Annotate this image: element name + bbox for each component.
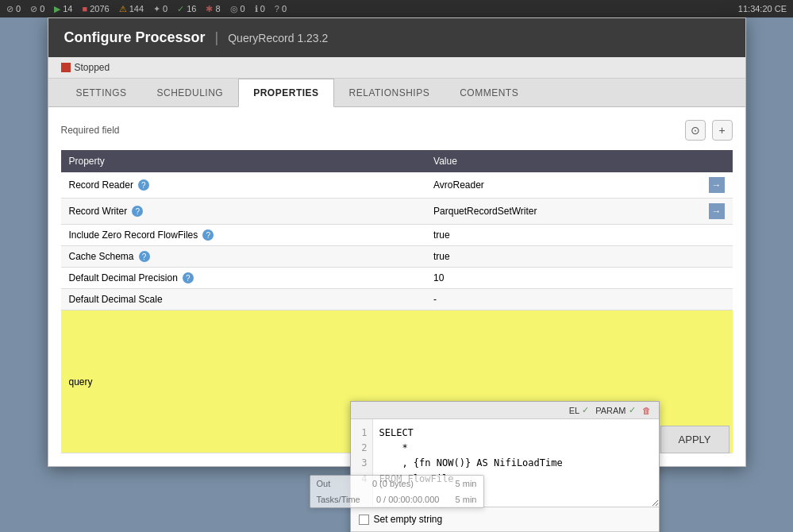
row1-name: Record Reader [69,179,133,191]
time2-value: 5 min [456,495,477,504]
prop-name-cell: Record Writer ? [61,199,426,225]
top-bar: ⊘ 0 ⊘ 0 ▶ 14 ■ 2076 ⚠ 144 ✦ 0 ✓ 16 ✱ 8 ◎… [0,0,793,17]
prop-name-cell: Cache Schema ? [61,246,426,268]
modal-body: Required field ⊙ + Property Value Recor [48,107,745,466]
table-row: Record Reader ? AvroReader → [61,172,733,199]
table-row: Record Writer ? ParquetRecordSetWriter → [61,199,733,225]
tasks-value: 0 / 00:00:00.000 [376,495,440,504]
row3-help-icon[interactable]: ? [202,229,214,241]
row2-arrow-btn[interactable]: → [709,203,725,219]
row1-help-icon[interactable]: ? [138,179,149,191]
param-label: PARAM [595,406,626,415]
row4-help-icon[interactable]: ? [139,251,150,262]
tabs-container: SETTINGS SCHEDULING PROPERTIES RELATIONS… [48,79,745,107]
info-circle-button[interactable]: ⊙ [685,120,706,141]
table-row: Cache Schema ? true [61,246,733,268]
delete-icon: 🗑 [642,406,651,415]
row1-arrow-btn[interactable]: → [709,177,725,193]
prop-name-cell: Default Decimal Precision ? [61,268,426,289]
property-col-header: Property [61,150,426,172]
tasks-label: Tasks/Time [317,495,360,504]
required-field-label: Required field [61,125,120,136]
row6-value: - [433,294,437,305]
prop-value-cell[interactable]: true [425,225,732,246]
invalid-count: ⊘ 0 [30,4,44,14]
stopped2-count: ■ 2076 [83,4,110,13]
el-button[interactable]: EL ✓ [569,405,589,415]
row2-name: Record Writer [69,206,128,217]
row5-help-icon[interactable]: ? [183,272,194,283]
row3-value: true [433,229,450,241]
line-num-3: 3 [356,456,368,471]
modal-header: Configure Processor | QueryRecord 1.23.2 [48,18,745,57]
disabled-count: ✦ 0 [153,4,167,14]
canvas-node-body: Out 0 (0 bytes) 5 min [310,476,483,492]
editor-toolbar: EL ✓ PARAM ✓ 🗑 [351,402,659,419]
apply-button[interactable]: APPLY [660,426,729,453]
prop-name-cell: Record Reader ? [61,172,426,199]
clock: 11:34:20 CE [738,4,787,13]
tab-scheduling[interactable]: SCHEDULING [142,79,239,107]
table-row: Include Zero Record FlowFiles ? true [61,225,733,246]
row3-name: Include Zero Record FlowFiles [69,229,198,241]
valid-count: ✓ 16 [177,4,196,14]
modal-subtitle: QueryRecord 1.23.2 [228,32,328,44]
row7-name: query [69,376,93,387]
status-dot [61,63,71,72]
delete-button[interactable]: 🗑 [642,406,651,415]
param-button[interactable]: PARAM ✓ [595,405,635,415]
modal-title: Configure Processor [64,29,206,46]
tab-relationships[interactable]: RELATIONSHIPS [334,79,445,107]
info-count: ℹ 0 [255,4,265,14]
status-bar: Stopped [48,57,745,79]
modal-separator: | [215,29,219,46]
time1-value: 5 min [456,479,477,488]
row4-value: true [433,251,450,262]
prop-value-cell[interactable]: - [425,289,732,310]
line-num-1: 1 [356,426,368,441]
tab-comments[interactable]: COMMENTS [445,79,533,107]
prop-value-cell[interactable]: AvroReader → [425,172,732,199]
line-num-2: 2 [356,441,368,456]
top-bar-icons: ⊘ 0 ⊘ 0 ▶ 14 ■ 2076 ⚠ 144 ✦ 0 ✓ 16 ✱ 8 ◎… [6,4,287,14]
table-row: Default Decimal Precision ? 10 [61,268,733,289]
row4-name: Cache Schema [69,251,134,262]
row6-name: Default Decimal Scale [69,294,163,305]
editor-footer: Set empty string [351,507,659,531]
row1-value: AvroReader [433,179,484,191]
tab-settings[interactable]: SETTINGS [61,79,142,107]
row5-name: Default Decimal Precision [69,272,178,283]
canvas-node: Out 0 (0 bytes) 5 min Tasks/Time 0 / 00:… [310,475,484,508]
required-field-actions: ⊙ + [685,120,733,141]
query-editor-popup: EL ✓ PARAM ✓ 🗑 1 2 3 4 SEL [350,401,660,532]
prop-value-cell[interactable]: ParquetRecordSetWriter → [425,199,732,225]
bytes-value: 0 (0 bytes) [372,479,414,488]
question-count: ? 0 [275,4,287,13]
tab-properties[interactable]: PROPERTIES [238,79,333,107]
param-check-icon: ✓ [629,405,636,415]
set-empty-string-label: Set empty string [374,514,443,525]
circle-count: ◎ 0 [230,4,245,14]
status-badge: Stopped [61,62,110,73]
stopped-count: ⊘ 0 [6,4,21,14]
set-empty-string-checkbox[interactable] [359,515,369,525]
row5-value: 10 [433,272,444,283]
prop-name-cell: Include Zero Record FlowFiles ? [61,225,426,246]
value-col-header: Value [425,150,732,172]
required-field-row: Required field ⊙ + [61,120,733,141]
configure-processor-modal: Configure Processor | QueryRecord 1.23.2… [48,17,746,467]
el-label: EL [569,406,579,415]
row2-help-icon[interactable]: ? [132,206,143,217]
prop-value-cell[interactable]: 10 [425,268,732,289]
prop-name-cell: Default Decimal Scale [61,289,426,310]
running-count: ▶ 14 [54,4,72,14]
out-label: Out [317,479,331,488]
prop-value-cell[interactable]: true [425,246,732,268]
canvas-node-body2: Tasks/Time 0 / 00:00:00.000 5 min [310,492,483,507]
status-label: Stopped [75,62,110,73]
row2-value: ParquetRecordSetWriter [433,206,537,217]
add-property-button[interactable]: + [712,120,733,141]
asterisk-count: ✱ 8 [206,4,220,14]
table-row: Default Decimal Scale - [61,289,733,310]
el-check-icon: ✓ [582,405,589,415]
